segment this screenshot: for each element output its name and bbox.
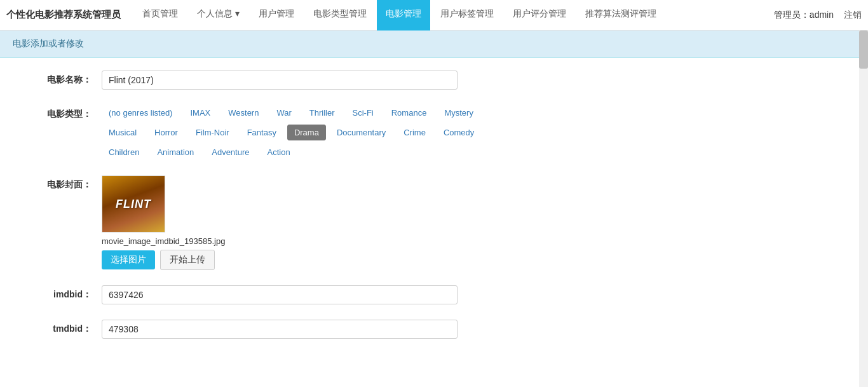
genre-tag[interactable]: IMAX bbox=[183, 105, 217, 121]
cover-image: FLINT bbox=[102, 175, 165, 233]
upload-button[interactable]: 开始上传 bbox=[160, 250, 215, 270]
tmdbid-row: tmdbid： bbox=[38, 320, 821, 339]
genre-tag[interactable]: Romance bbox=[384, 105, 434, 121]
genre-tag[interactable]: Children bbox=[102, 144, 146, 160]
imdbid-input[interactable] bbox=[102, 285, 458, 304]
genre-tag[interactable]: Western bbox=[221, 105, 266, 121]
nav-items: 首页管理 个人信息 ▾ 用户管理 电影类型管理 电影管理 用户标签管理 用户评分… bbox=[133, 0, 774, 31]
imdbid-label: imdbid： bbox=[38, 285, 102, 301]
genre-group: (no genres listed)IMAXWesternWarThriller… bbox=[102, 105, 483, 160]
nav-movies[interactable]: 电影管理 bbox=[377, 0, 430, 31]
genre-tag[interactable]: Horror bbox=[147, 125, 185, 140]
movie-cover-row: 电影封面： FLINT movie_image_imdbid_193585.jp… bbox=[38, 175, 821, 270]
movie-cover-label: 电影封面： bbox=[38, 175, 102, 191]
logout-button[interactable]: 注销 bbox=[844, 10, 862, 21]
nav-right: 管理员：admin 注销 bbox=[774, 10, 862, 21]
page-header-text: 电影添加或者修改 bbox=[13, 38, 84, 48]
cover-wrapper: FLINT movie_image_imdbid_193585.jpg 选择图片… bbox=[102, 175, 225, 270]
genre-tag[interactable]: Crime bbox=[397, 125, 433, 140]
genre-tag[interactable]: Thriller bbox=[302, 105, 342, 121]
navbar-brand: 个性化电影推荐系统管理员 bbox=[6, 9, 121, 21]
form-container: 电影名称： 电影类型： (no genres listed)IMAXWester… bbox=[0, 58, 859, 367]
cover-buttons: 选择图片 开始上传 bbox=[102, 250, 225, 270]
scrollbar-thumb[interactable] bbox=[859, 31, 868, 69]
admin-name: 管理员：admin bbox=[774, 10, 834, 21]
movie-name-label: 电影名称： bbox=[38, 71, 102, 86]
nav-users[interactable]: 用户管理 bbox=[250, 0, 303, 31]
genre-tag[interactable]: Fantasy bbox=[240, 125, 283, 140]
content-area: 电影添加或者修改 电影名称： 电影类型： (no genres listed)I… bbox=[0, 31, 859, 387]
genre-tag[interactable]: Musical bbox=[102, 125, 144, 140]
genre-tag[interactable]: Film-Noir bbox=[189, 125, 236, 140]
movie-genre-row: 电影类型： (no genres listed)IMAXWesternWarTh… bbox=[38, 105, 821, 160]
nav-user-ratings[interactable]: 用户评分管理 bbox=[504, 0, 575, 31]
movie-genre-label: 电影类型： bbox=[38, 105, 102, 120]
scrollbar-track[interactable] bbox=[859, 31, 868, 387]
nav-movie-types[interactable]: 电影类型管理 bbox=[304, 0, 376, 31]
navbar: 个性化电影推荐系统管理员 首页管理 个人信息 ▾ 用户管理 电影类型管理 电影管… bbox=[0, 0, 868, 31]
movie-name-input[interactable] bbox=[102, 71, 458, 90]
page-wrapper: 电影添加或者修改 电影名称： 电影类型： (no genres listed)I… bbox=[0, 31, 868, 387]
genre-tag[interactable]: Action bbox=[261, 144, 297, 160]
tmdbid-label: tmdbid： bbox=[38, 320, 102, 335]
genre-tag[interactable]: Comedy bbox=[437, 125, 481, 140]
genre-tag[interactable]: (no genres listed) bbox=[102, 105, 179, 121]
imdbid-row: imdbid： bbox=[38, 285, 821, 304]
genre-tag[interactable]: Documentary bbox=[330, 125, 393, 140]
genre-tag[interactable]: War bbox=[269, 105, 298, 121]
nav-home[interactable]: 首页管理 bbox=[133, 0, 187, 31]
genre-tag[interactable]: Drama bbox=[287, 125, 326, 140]
genre-tag[interactable]: Adventure bbox=[205, 144, 256, 160]
tmdbid-input[interactable] bbox=[102, 320, 458, 339]
movie-name-row: 电影名称： bbox=[38, 71, 821, 90]
nav-profile[interactable]: 个人信息 ▾ bbox=[188, 0, 248, 31]
select-image-button[interactable]: 选择图片 bbox=[102, 250, 155, 269]
genre-tag[interactable]: Mystery bbox=[437, 105, 480, 121]
nav-algo[interactable]: 推荐算法测评管理 bbox=[576, 0, 665, 31]
cover-image-text: FLINT bbox=[102, 176, 165, 232]
cover-filename: movie_image_imdbid_193585.jpg bbox=[102, 236, 225, 246]
genre-tag[interactable]: Sci-Fi bbox=[346, 105, 381, 121]
nav-user-tags[interactable]: 用户标签管理 bbox=[431, 0, 503, 31]
page-header: 电影添加或者修改 bbox=[0, 31, 859, 58]
genre-tag[interactable]: Animation bbox=[150, 144, 201, 160]
